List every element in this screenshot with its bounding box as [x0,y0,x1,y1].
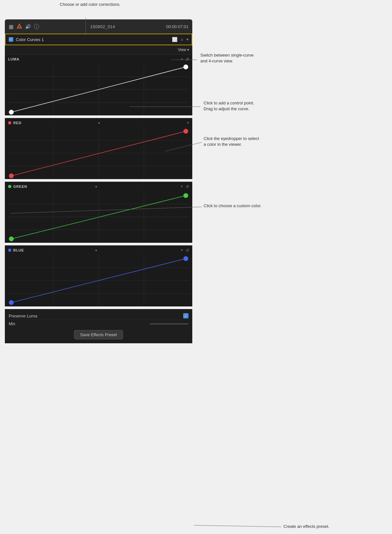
svg-point-37 [184,256,188,261]
save-effects-preset-button[interactable]: Save Effects Preset [74,330,123,339]
view-chevron-icon: ▾ [187,48,189,52]
blue-dot [8,249,11,252]
luma-undo-icon[interactable]: ↺ [185,57,189,62]
film-icon[interactable]: ▦ [9,24,14,30]
annotation-eyedropper: Click the eyedropper to selecta color in… [204,136,259,147]
blue-undo-icon[interactable]: ↺ [185,248,189,253]
effect-name: Color Curves 1 [16,37,169,42]
svg-point-18 [9,174,14,178]
preserve-luma-label: Preserve Luma [9,314,37,318]
blue-dropdown-chevron[interactable]: ▾ [95,249,97,252]
green-undo-icon[interactable]: ↺ [185,184,189,189]
luma-curve-area[interactable] [8,64,189,115]
luma-header: LUMA ⌖ ↺ [5,55,192,64]
svg-point-36 [9,300,14,305]
annotation-choose-color: Choose or add color corrections. [60,2,121,7]
luma-label: LUMA [8,57,179,61]
red-curve-panel: RED ▾ ⌖ [5,118,192,179]
green-header: GREEN ▾ ⌖ ↺ [5,182,192,191]
timecode: 00:00:07:01 [166,24,188,29]
clip-name: 150802_014 [90,24,115,29]
view-row: View ▾ [5,45,192,54]
blue-curve-svg [8,255,189,306]
luma-header-icons: ⌖ ↺ [181,57,189,62]
diamond-icon[interactable]: ◇ [180,37,185,42]
svg-point-28 [184,193,188,198]
mix-slider[interactable] [150,323,188,325]
green-header-icons: ⌖ ↺ [181,184,189,189]
annotation-single-curve-view: Switch between single-curveand 4-curve v… [200,52,254,64]
mix-row: Mix [9,320,188,327]
green-curve-area[interactable] [8,191,189,243]
svg-point-9 [9,110,14,114]
top-bar-icons: ▦ 🔊 i [9,24,39,30]
luma-curve-svg [8,64,189,115]
color-effect-selector[interactable]: ✓ Color Curves 1 ⬜ ◇ ▾ [5,34,192,45]
info-icon[interactable]: i [34,24,39,29]
color-effect-icon[interactable] [17,24,22,30]
red-label: RED [13,121,96,125]
red-header-icons: ⌖ [187,120,189,125]
green-curve-svg [8,191,189,243]
svg-marker-1 [17,24,22,28]
save-button-row: Save Effects Preset [9,327,188,341]
annotation-create-preset: Create an effects preset. [283,524,329,529]
blue-eyedropper-icon[interactable]: ⌖ [181,248,183,253]
blue-header-icons: ⌖ ↺ [181,248,189,253]
mask-icon[interactable]: ⬜ [172,37,177,42]
svg-line-43 [194,525,281,527]
luma-curve-panel: LUMA ⌖ ↺ [5,54,192,115]
blue-curve-panel: BLUE ▾ ⌖ ↺ [5,245,192,306]
svg-point-19 [184,129,188,134]
view-button[interactable]: View ▾ [178,48,189,52]
green-dot [8,185,11,188]
green-curve-panel: GREEN ▾ ⌖ ↺ [5,182,192,243]
red-header: RED ▾ ⌖ [5,118,192,127]
chevron-down-icon[interactable]: ▾ [186,37,188,42]
blue-header: BLUE ▾ ⌖ ↺ [5,246,192,255]
view-label: View [178,48,186,52]
luma-eyedropper-icon[interactable]: ⌖ [181,57,183,62]
red-curve-svg [8,127,189,179]
green-eyedropper-icon[interactable]: ⌖ [181,184,183,189]
annotation-custom-color: Click to choose a custom color. [204,203,261,209]
effect-header-icons: ⬜ ◇ ▾ [172,37,188,42]
red-dot [8,121,11,124]
svg-point-10 [184,65,188,69]
bottom-bar: Preserve Luma ✓ Mix Save Effects Preset [5,309,192,343]
preserve-luma-checkbox[interactable]: ✓ [183,313,188,318]
blue-label: BLUE [13,248,93,252]
annotation-add-control-point: Click to add a control point.Drag to adj… [204,100,254,112]
red-dropdown-chevron[interactable]: ▾ [98,121,100,125]
preserve-luma-row: Preserve Luma ✓ [9,312,188,320]
audio-icon[interactable]: 🔊 [25,24,31,29]
green-dropdown-chevron[interactable]: ▾ [95,185,97,188]
red-curve-area[interactable] [8,127,189,179]
svg-point-27 [9,237,14,241]
top-bar: ▦ 🔊 i 150802_014 00:00:07:01 [5,19,192,34]
green-label: GREEN [13,185,93,188]
red-eyedropper-icon[interactable]: ⌖ [187,120,189,125]
mix-label: Mix [9,321,15,326]
main-panel: ▦ 🔊 i 150802_014 00:00:07:01 ✓ Color Cur… [5,19,192,343]
blue-curve-area[interactable] [8,255,189,306]
effect-enable-checkbox[interactable]: ✓ [9,37,13,42]
